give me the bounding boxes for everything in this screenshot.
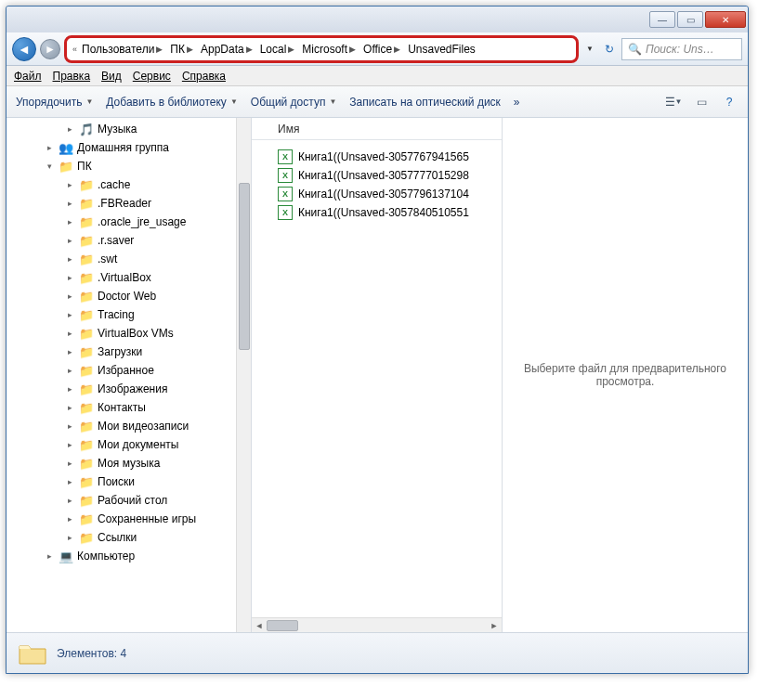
breadcrumb-pc[interactable]: ПК▶ — [167, 42, 196, 57]
expander-icon[interactable]: ▾ — [44, 162, 55, 171]
expander-icon[interactable]: ▸ — [64, 440, 75, 449]
chevron-right-icon: ▶ — [246, 45, 253, 54]
help-button[interactable]: ? — [720, 93, 738, 111]
folder-icon: 📁 — [79, 270, 94, 285]
expander-icon[interactable]: ▸ — [64, 421, 75, 431]
view-options-button[interactable]: ☰ ▼ — [664, 93, 683, 111]
expander-icon[interactable]: ▸ — [64, 496, 75, 505]
tree-item[interactable]: ▸📁Сохраненные игры — [7, 510, 251, 528]
tree-item[interactable]: ▸📁Мои видеозаписи — [7, 417, 251, 435]
file-list-hscrollbar[interactable]: ◄ ► — [252, 617, 502, 632]
menu-service[interactable]: Сервис — [133, 70, 171, 83]
expander-icon[interactable]: ▸ — [64, 199, 75, 208]
folder-icon: 📁 — [79, 474, 94, 489]
tree-item[interactable]: ▸💻Компьютер — [7, 547, 251, 565]
back-button[interactable]: ◄ — [12, 37, 36, 61]
preview-pane-button[interactable]: ▭ — [692, 93, 711, 111]
expander-icon[interactable]: ▸ — [64, 477, 75, 486]
tree-item[interactable]: ▸📁Избранное — [7, 361, 251, 380]
tree-item[interactable]: ▾📁ПК — [7, 157, 251, 175]
tree-item[interactable]: ▸📁.cache — [7, 175, 251, 194]
tree-item[interactable]: ▸📁.oracle_jre_usage — [7, 213, 251, 231]
address-dropdown[interactable]: ▼ — [582, 45, 597, 53]
expander-icon[interactable]: ▸ — [44, 551, 55, 561]
folder-icon: 📁 — [79, 252, 94, 266]
forward-button[interactable]: ► — [40, 39, 60, 59]
tree-item[interactable]: ▸📁.r.saver — [7, 231, 251, 250]
expander-icon[interactable]: ▸ — [64, 459, 75, 468]
navigation-bar: ◄ ► « Пользователи▶ ПК▶ AppData▶ Local▶ … — [7, 32, 748, 66]
address-bar[interactable]: « Пользователи▶ ПК▶ AppData▶ Local▶ Micr… — [72, 42, 570, 57]
search-input[interactable]: 🔍 Поиск: Uns… — [621, 38, 742, 60]
breadcrumb-label: Office — [363, 43, 392, 56]
expander-icon[interactable]: ▸ — [64, 291, 75, 301]
scrollbar-thumb[interactable] — [239, 183, 250, 350]
breadcrumb-microsoft[interactable]: Microsoft▶ — [299, 42, 359, 57]
organize-button[interactable]: Упорядочить▼ — [16, 96, 93, 109]
tree-item-label: Ссылки — [98, 531, 137, 544]
breadcrumb-unsavedfiles[interactable]: UnsavedFiles — [405, 42, 478, 57]
share-button[interactable]: Общий доступ▼ — [251, 96, 337, 109]
expander-icon[interactable]: ▸ — [64, 347, 75, 356]
column-header-name[interactable]: Имя — [252, 118, 502, 140]
tree-item[interactable]: ▸📁Мои документы — [7, 435, 251, 454]
breadcrumb-users[interactable]: Пользователи▶ — [79, 42, 165, 57]
breadcrumb-local[interactable]: Local▶ — [257, 42, 298, 57]
expander-icon[interactable]: ▸ — [64, 533, 75, 542]
tree-item[interactable]: ▸📁Контакты — [7, 398, 251, 417]
sidebar-scrollbar[interactable] — [236, 118, 251, 632]
expander-icon[interactable]: ▸ — [64, 254, 75, 264]
tree-item[interactable]: ▸📁VirtualBox VMs — [7, 324, 251, 343]
expander-icon[interactable]: ▸ — [64, 403, 75, 412]
tree-item-label: Контакты — [98, 401, 146, 414]
expander-icon[interactable]: ▸ — [64, 273, 75, 282]
tree-item[interactable]: ▸📁.VirtualBox — [7, 268, 251, 287]
tree-item-label: .swt — [98, 252, 117, 265]
tree-item[interactable]: ▸📁Изображения — [7, 380, 251, 398]
maximize-button[interactable]: ▭ — [677, 11, 703, 28]
expander-icon[interactable]: ▸ — [64, 384, 75, 394]
menu-view[interactable]: Вид — [101, 70, 122, 83]
tree-item[interactable]: ▸📁Doctor Web — [7, 287, 251, 305]
tree-item[interactable]: ▸📁.FBReader — [7, 194, 251, 213]
expander-icon[interactable]: ▸ — [64, 514, 75, 524]
expander-icon[interactable]: ▸ — [64, 329, 75, 338]
expander-icon[interactable]: ▸ — [64, 236, 75, 245]
close-button[interactable]: ✕ — [705, 11, 746, 28]
expander-icon[interactable]: ▸ — [64, 124, 75, 134]
burn-button[interactable]: Записать на оптический диск — [349, 96, 501, 109]
folder-icon: 📁 — [79, 196, 94, 211]
file-row[interactable]: XКнига1((Unsaved-3057777015298 — [259, 166, 494, 185]
tree-item[interactable]: ▸📁Поиски — [7, 472, 251, 491]
tree-item[interactable]: ▸📁Ссылки — [7, 528, 251, 547]
file-row[interactable]: XКнига1((Unsaved-3057767941565 — [259, 148, 494, 166]
tree-item[interactable]: ▸📁Загрузки — [7, 343, 251, 361]
tree-item[interactable]: ▸🎵Музыка — [7, 120, 251, 138]
expander-icon[interactable]: ▸ — [44, 143, 55, 152]
scroll-right-icon[interactable]: ► — [487, 621, 502, 630]
expander-icon[interactable]: ▸ — [64, 217, 75, 227]
tree-item[interactable]: ▸📁Моя музыка — [7, 454, 251, 472]
expander-icon[interactable]: ▸ — [64, 366, 75, 375]
menu-edit[interactable]: Правка — [53, 70, 91, 83]
breadcrumb-office[interactable]: Office▶ — [360, 42, 403, 57]
menu-help[interactable]: Справка — [182, 70, 226, 83]
breadcrumb-appdata[interactable]: AppData▶ — [198, 42, 255, 57]
menu-file[interactable]: Файл — [14, 70, 42, 83]
expander-icon[interactable]: ▸ — [64, 310, 75, 319]
tree-item[interactable]: ▸📁Рабочий стол — [7, 491, 251, 510]
file-row[interactable]: XКнига1((Unsaved-3057796137104 — [259, 185, 494, 203]
file-row[interactable]: XКнига1((Unsaved-3057840510551 — [259, 203, 494, 222]
tree-item[interactable]: ▸📁Tracing — [7, 305, 251, 324]
tree-item[interactable]: ▸👥Домашняя группа — [7, 138, 251, 157]
tree-item[interactable]: ▸📁.swt — [7, 250, 251, 268]
refresh-button[interactable]: ↻ — [601, 43, 618, 56]
toolbar-overflow[interactable]: » — [514, 96, 520, 109]
expander-icon[interactable]: ▸ — [64, 180, 75, 189]
breadcrumb-overflow[interactable]: « — [72, 45, 77, 54]
add-to-library-button[interactable]: Добавить в библиотеку▼ — [106, 96, 237, 109]
breadcrumb-label: UnsavedFiles — [408, 43, 476, 56]
scroll-left-icon[interactable]: ◄ — [252, 621, 267, 630]
minimize-button[interactable]: — — [649, 11, 675, 28]
hscroll-thumb[interactable] — [267, 620, 298, 631]
